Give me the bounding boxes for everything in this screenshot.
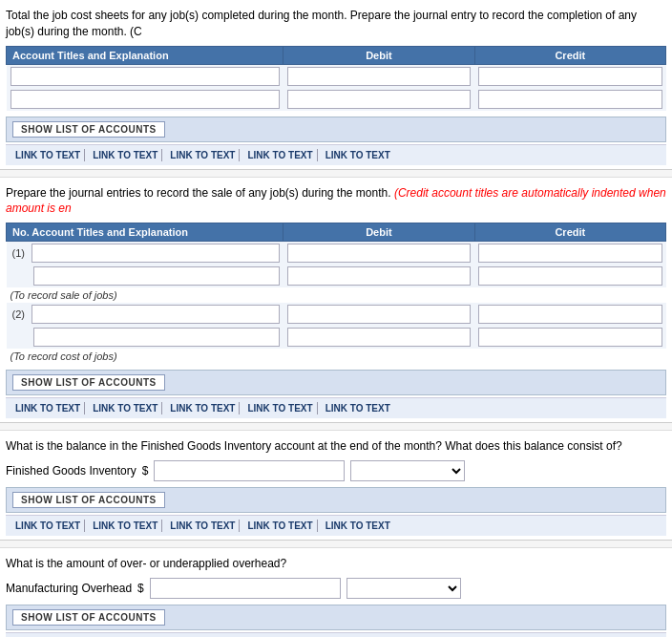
section1: Total the job cost sheets for any job(s)… bbox=[0, 0, 672, 170]
debit-input-1-1[interactable] bbox=[287, 67, 471, 86]
debit-input-2-1-2[interactable] bbox=[287, 266, 471, 286]
finished-goods-input[interactable] bbox=[154, 460, 345, 481]
section1-table: Account Titles and Explanation Debit Cre… bbox=[6, 46, 666, 111]
note-row: (To record cost of jobs) bbox=[7, 349, 666, 364]
link-bar-4: LINK TO TEXT LINK TO TEXT LINK TO TEXT L… bbox=[6, 632, 666, 637]
credit-cell bbox=[474, 242, 665, 265]
section2: Prepare the journal entries to record th… bbox=[0, 178, 672, 424]
col-header-credit2: Credit bbox=[474, 223, 665, 242]
show-list-button-2[interactable]: SHOW LIST OF ACCOUNTS bbox=[12, 374, 165, 391]
link-btn-3-4[interactable]: LINK TO TEXT bbox=[243, 520, 317, 532]
debit-cell bbox=[284, 326, 474, 349]
col-header-debit: Debit bbox=[284, 46, 474, 64]
manufacturing-overhead-label: Manufacturing Overhead bbox=[6, 582, 132, 595]
account-input-2-1-2[interactable] bbox=[33, 266, 280, 286]
table-row bbox=[7, 88, 666, 111]
table-row: (2) bbox=[7, 303, 666, 326]
section4: What is the amount of over- or underappl… bbox=[0, 548, 672, 637]
credit-cell bbox=[474, 88, 665, 111]
account-cell: (2) bbox=[7, 303, 284, 326]
table-row bbox=[7, 64, 666, 88]
credit-input-2-2-2[interactable] bbox=[478, 328, 662, 347]
table-row bbox=[7, 265, 666, 287]
link-btn-2-3[interactable]: LINK TO TEXT bbox=[166, 402, 240, 414]
credit-cell bbox=[474, 303, 665, 326]
account-cell-indent bbox=[7, 265, 284, 287]
link-btn-3-2[interactable]: LINK TO TEXT bbox=[89, 520, 162, 532]
group-label-1: (1) bbox=[10, 245, 28, 261]
section2-description: Prepare the journal entries to record th… bbox=[6, 185, 666, 218]
finished-goods-row: Finished Goods Inventory $ Option 1 Opti… bbox=[6, 460, 666, 481]
credit-input-1-1[interactable] bbox=[478, 67, 662, 86]
credit-input-2-1-1[interactable] bbox=[478, 244, 662, 263]
debit-input-2-2-2[interactable] bbox=[287, 328, 471, 347]
section2-table: No. Account Titles and Explanation Debit… bbox=[6, 223, 666, 364]
link-bar-3: LINK TO TEXT LINK TO TEXT LINK TO TEXT L… bbox=[6, 515, 666, 536]
link-btn-3-5[interactable]: LINK TO TEXT bbox=[322, 520, 394, 532]
dollar-sign-4: $ bbox=[137, 582, 144, 595]
manufacturing-overhead-input[interactable] bbox=[150, 578, 341, 599]
link-btn-2-5[interactable]: LINK TO TEXT bbox=[322, 402, 394, 414]
account-cell: (1) bbox=[7, 242, 284, 265]
col-header-credit: Credit bbox=[474, 46, 665, 64]
account-input-1-2[interactable] bbox=[10, 90, 280, 109]
note-label-2: (To record cost of jobs) bbox=[7, 349, 666, 364]
account-input-2-2-1[interactable] bbox=[32, 305, 280, 324]
credit-cell bbox=[474, 64, 665, 88]
link-btn-1-2[interactable]: LINK TO TEXT bbox=[89, 149, 162, 161]
col-header-no-account: No. Account Titles and Explanation bbox=[7, 223, 284, 242]
account-input-2-2-2[interactable] bbox=[33, 328, 280, 347]
section3: What is the balance in the Finished Good… bbox=[0, 431, 672, 541]
link-btn-2-1[interactable]: LINK TO TEXT bbox=[11, 402, 85, 414]
credit-input-2-1-2[interactable] bbox=[478, 266, 662, 286]
note-label-1: (To record sale of jobs) bbox=[7, 287, 666, 303]
show-list-button-1[interactable]: SHOW LIST OF ACCOUNTS bbox=[12, 121, 165, 138]
account-cell-indent bbox=[7, 326, 284, 349]
debit-cell bbox=[284, 64, 474, 88]
link-btn-1-1[interactable]: LINK TO TEXT bbox=[11, 149, 85, 161]
show-list-bar-3: SHOW LIST OF ACCOUNTS bbox=[6, 487, 666, 513]
show-list-button-4[interactable]: SHOW LIST OF ACCOUNTS bbox=[12, 609, 165, 626]
manufacturing-overhead-select[interactable]: Option 1 Option 2 bbox=[346, 578, 461, 599]
debit-input-2-1-1[interactable] bbox=[287, 244, 471, 263]
col-header-debit2: Debit bbox=[284, 223, 474, 242]
link-btn-3-3[interactable]: LINK TO TEXT bbox=[166, 520, 240, 532]
link-btn-2-4[interactable]: LINK TO TEXT bbox=[243, 402, 317, 414]
debit-cell bbox=[284, 265, 474, 287]
debit-input-1-2[interactable] bbox=[287, 90, 471, 109]
section1-description: Total the job cost sheets for any job(s)… bbox=[6, 8, 666, 40]
link-btn-2-2[interactable]: LINK TO TEXT bbox=[89, 402, 162, 414]
link-btn-1-5[interactable]: LINK TO TEXT bbox=[322, 149, 394, 161]
link-btn-1-4[interactable]: LINK TO TEXT bbox=[243, 149, 317, 161]
account-cell bbox=[7, 88, 284, 111]
group-label-2: (2) bbox=[10, 307, 28, 322]
link-bar-2: LINK TO TEXT LINK TO TEXT LINK TO TEXT L… bbox=[6, 397, 666, 418]
account-cell bbox=[7, 64, 284, 88]
link-btn-3-1[interactable]: LINK TO TEXT bbox=[11, 520, 85, 532]
debit-input-2-2-1[interactable] bbox=[287, 305, 471, 324]
credit-cell bbox=[474, 265, 665, 287]
link-bar-1: LINK TO TEXT LINK TO TEXT LINK TO TEXT L… bbox=[6, 144, 666, 165]
account-input-2-1-1[interactable] bbox=[32, 244, 280, 263]
show-list-bar-2: SHOW LIST OF ACCOUNTS bbox=[6, 370, 666, 395]
manufacturing-overhead-row: Manufacturing Overhead $ Option 1 Option… bbox=[6, 578, 666, 599]
show-list-button-3[interactable]: SHOW LIST OF ACCOUNTS bbox=[12, 492, 165, 508]
finished-goods-select[interactable]: Option 1 Option 2 bbox=[350, 460, 465, 481]
finished-goods-label: Finished Goods Inventory bbox=[6, 464, 136, 478]
show-list-bar-4: SHOW LIST OF ACCOUNTS bbox=[6, 605, 666, 630]
table-row bbox=[7, 326, 666, 349]
account-input-1-1[interactable] bbox=[10, 67, 280, 86]
credit-input-1-2[interactable] bbox=[478, 90, 662, 109]
show-list-bar-1: SHOW LIST OF ACCOUNTS bbox=[6, 117, 666, 142]
col-header-account: Account Titles and Explanation bbox=[7, 46, 284, 64]
section3-description: What is the balance in the Finished Good… bbox=[6, 438, 666, 455]
credit-cell bbox=[474, 326, 665, 349]
dollar-sign-3: $ bbox=[142, 464, 149, 478]
debit-cell bbox=[284, 242, 474, 265]
note-row: (To record sale of jobs) bbox=[7, 287, 666, 303]
link-btn-1-3[interactable]: LINK TO TEXT bbox=[166, 149, 240, 161]
section4-description: What is the amount of over- or underappl… bbox=[6, 556, 666, 572]
table-row: (1) bbox=[7, 242, 666, 265]
debit-cell bbox=[284, 88, 474, 111]
credit-input-2-2-1[interactable] bbox=[478, 305, 662, 324]
